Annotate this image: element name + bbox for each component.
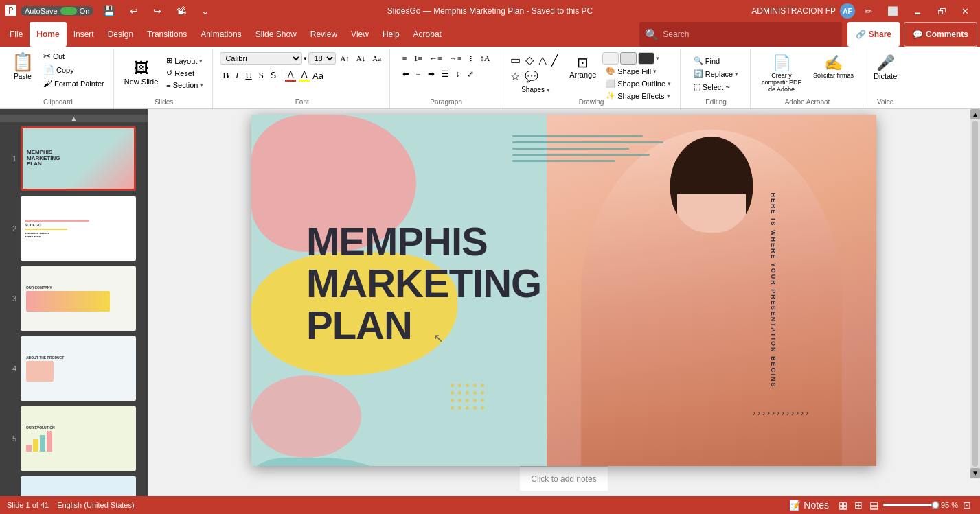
shape-line[interactable]: ╱ (549, 52, 560, 68)
shapes-dropdown[interactable]: Shapes ▾ (518, 84, 554, 95)
presentation-button[interactable]: 📽 (171, 4, 192, 18)
scroll-down-arrow[interactable]: ▼ (970, 468, 980, 478)
find-button[interactable]: 🔍 Find (690, 55, 742, 67)
share-button[interactable]: 🔗 Share (847, 22, 900, 47)
format-painter-button[interactable]: 🖌 Format Painter (40, 77, 108, 90)
maximize-button[interactable]: 🗗 (932, 5, 952, 18)
menu-view[interactable]: View (344, 22, 376, 47)
display-button[interactable]: ⬜ (882, 5, 904, 18)
slide-thumb-5[interactable]: 5 OUR EVOLUTION (0, 405, 148, 472)
columns-button[interactable]: ⫶ (466, 52, 476, 65)
shape-callout[interactable]: 💬 (523, 69, 540, 84)
slide-canvas[interactable]: MEMPHIS MARKETING PLAN (251, 115, 876, 466)
justify-button[interactable]: ☰ (439, 68, 452, 81)
menu-file[interactable]: File (3, 22, 30, 47)
slide-thumb-4[interactable]: 4 ABOUT THE PRODUCT (0, 335, 148, 402)
qstyle-1[interactable] (602, 52, 619, 65)
menu-help[interactable]: Help (376, 22, 407, 47)
normal-view-button[interactable]: ▦ (836, 499, 850, 511)
align-right-button[interactable]: ➡ (425, 68, 437, 81)
close-button[interactable]: ✕ (956, 5, 975, 18)
menu-acrobat[interactable]: Acrobat (407, 22, 448, 47)
customize-button[interactable]: ⌄ (196, 4, 215, 18)
menu-design[interactable]: Design (101, 22, 140, 47)
menu-review[interactable]: Review (304, 22, 344, 47)
bullets-button[interactable]: ≡ (400, 52, 410, 65)
section-button[interactable]: ≡ Section ▾ (163, 80, 207, 91)
shape-outline-button[interactable]: ⬜ Shape Outline ▾ (602, 78, 674, 89)
notes-bar[interactable]: Click to add notes (520, 466, 607, 491)
search-input[interactable] (663, 30, 836, 39)
align-left-button[interactable]: ⬅ (400, 68, 412, 81)
reading-view-button[interactable]: ▤ (867, 499, 880, 511)
new-slide-button[interactable]: 🖼 New Slide (121, 58, 162, 88)
slide-sorter-button[interactable]: ⊞ (852, 499, 865, 511)
font-color-button[interactable]: A (285, 69, 296, 82)
zoom-thumb[interactable] (931, 501, 939, 509)
shape-fill-button[interactable]: 🎨 Shape Fill ▾ (602, 65, 674, 77)
menu-insert[interactable]: Insert (67, 22, 101, 47)
minimize-button[interactable]: 🗕 (908, 5, 928, 18)
scroll-up-button[interactable]: ▲ (0, 115, 148, 122)
reset-button[interactable]: ↺ Reset (163, 67, 207, 79)
qstyle-arrow[interactable]: ▾ (656, 55, 659, 62)
save-button[interactable]: 💾 (98, 4, 120, 18)
text-size-button[interactable]: Aa (312, 71, 323, 81)
pen-button[interactable]: ✏ (859, 5, 878, 18)
menu-slideshow[interactable]: Slide Show (249, 22, 304, 47)
shape-triangle[interactable]: △ (536, 52, 549, 68)
zoom-slider[interactable] (883, 504, 938, 506)
font-decrease-button[interactable]: A↓ (354, 53, 368, 64)
qstyle-2[interactable] (620, 52, 637, 65)
comments-button[interactable]: 💬 Comments (904, 22, 977, 47)
scroll-up-arrow[interactable]: ▲ (970, 109, 980, 119)
increase-indent-button[interactable]: →≡ (446, 52, 465, 65)
notes-toggle-button[interactable]: 📝 Notes (787, 499, 830, 511)
strikethrough-button[interactable]: S (256, 69, 266, 82)
autosave-toggle[interactable] (60, 7, 77, 15)
line-spacing-button[interactable]: ↕ (453, 68, 463, 81)
menu-home[interactable]: Home (30, 22, 66, 47)
replace-button[interactable]: 🔄 Replace ▾ (690, 68, 742, 80)
bold-button[interactable]: B (220, 69, 231, 82)
slide-thumb-3[interactable]: 3 OUR COMPANY (0, 265, 148, 332)
shape-effects-button[interactable]: ✨ Shape Effects ▾ (602, 90, 674, 102)
paste-button[interactable]: 📋 Paste (8, 49, 37, 82)
vertical-scrollbar[interactable]: ▲ ▼ (970, 109, 980, 478)
arrange-button[interactable]: ⊡ Arrange (566, 52, 600, 81)
clear-format-button[interactable]: Aa (369, 53, 384, 64)
menu-transitions[interactable]: Transitions (140, 22, 194, 47)
slide-thumb-1[interactable]: 1 MEMPHISMARKETINGPLAN (0, 125, 148, 192)
numbering-button[interactable]: 1≡ (411, 52, 426, 65)
font-size-select[interactable]: 18 (308, 52, 336, 65)
decrease-indent-button[interactable]: ←≡ (426, 52, 445, 65)
menu-animations[interactable]: Animations (194, 22, 248, 47)
shape-rect[interactable]: ▭ (508, 52, 523, 68)
select-button[interactable]: ⬚ Select ~ (690, 81, 742, 93)
undo-button[interactable]: ↩ (124, 4, 144, 18)
convert-smart-art[interactable]: ⤢ (464, 68, 477, 81)
scroll-thumb-v[interactable] (972, 121, 978, 467)
cut-button[interactable]: ✂ Cut (40, 49, 108, 62)
fit-slide-button[interactable]: ⊡ (961, 499, 973, 511)
italic-button[interactable]: I (233, 69, 241, 82)
font-face-select[interactable]: Calibri (220, 52, 302, 65)
shape-diamond[interactable]: ◇ (523, 52, 536, 68)
text-direction-button[interactable]: ↕A (477, 52, 493, 65)
layout-button[interactable]: ⊞ Layout ▾ (163, 55, 207, 67)
create-pdf-button[interactable]: 📄 Crear y compartir PDF de Adobe (757, 52, 806, 95)
underline-button[interactable]: U (242, 69, 254, 82)
slide-thumb-6[interactable]: 6 (0, 475, 148, 496)
solicitar-button[interactable]: ✍ Solicitar firmas (810, 52, 857, 81)
qstyle-3[interactable] (638, 52, 654, 65)
dictate-button[interactable]: 🎤 Dictate (870, 52, 900, 82)
slide-title-area[interactable]: MEMPHIS MARKETING PLAN (306, 221, 541, 347)
align-center-button[interactable]: ≡ (413, 68, 424, 81)
redo-button[interactable]: ↪ (148, 4, 167, 18)
shape-star[interactable]: ☆ (508, 69, 522, 84)
highlight-color-button[interactable]: A (299, 69, 310, 82)
shadow-button[interactable]: S̈ (268, 69, 279, 82)
copy-button[interactable]: 📄 Copy (40, 63, 108, 76)
font-increase-button[interactable]: A↑ (337, 53, 352, 64)
slide-thumb-2[interactable]: 2 SLIDE GO ■■■ ■■■■■ ■■■■■■ ■■■■■ ■■■■ (0, 195, 148, 262)
